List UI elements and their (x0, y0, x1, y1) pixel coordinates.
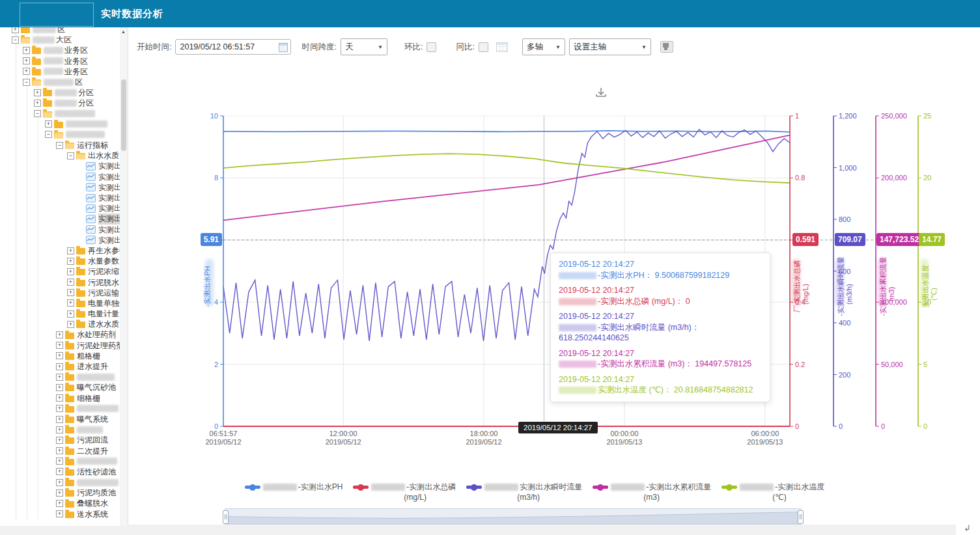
minus-icon[interactable]: − (12, 36, 19, 44)
tree-row[interactable]: − (0, 109, 120, 119)
plus-icon[interactable]: + (56, 489, 63, 497)
time-span-select[interactable]: 天 ▼ (341, 38, 387, 55)
plus-icon[interactable]: + (56, 363, 63, 370)
plus-icon[interactable]: + (45, 120, 52, 128)
tree-row[interactable]: 实测出水S (0, 182, 120, 193)
tree-row[interactable]: + (0, 404, 120, 414)
tree-row[interactable]: 实测出水累 (0, 235, 120, 245)
plus-icon[interactable]: + (23, 68, 30, 75)
minus-icon[interactable]: − (56, 142, 63, 149)
tree-row[interactable]: −出水水质 (0, 150, 120, 161)
plus-icon[interactable]: + (56, 458, 63, 465)
plus-icon[interactable]: + (34, 100, 41, 107)
tree-row[interactable]: +再生水参数 (0, 245, 120, 256)
main-axis-select[interactable]: 设置主轴 ▼ (569, 38, 651, 55)
tree-row[interactable]: + (0, 119, 120, 130)
tree-row[interactable]: +污泥回流 (0, 435, 120, 445)
plus-icon[interactable]: + (67, 299, 74, 307)
tree-row[interactable]: +业务区 (0, 56, 120, 66)
plus-icon[interactable]: + (67, 321, 74, 328)
table-icon[interactable] (496, 42, 508, 52)
horizontal-scrollbar[interactable] (0, 525, 956, 535)
huanbi-checkbox[interactable] (427, 42, 436, 52)
plus-icon[interactable]: + (56, 331, 63, 338)
tree-row[interactable]: +污泥均质池 (0, 487, 120, 498)
tree-row[interactable]: +区 (0, 27, 120, 34)
plus-icon[interactable]: + (12, 27, 19, 33)
plus-icon[interactable]: + (56, 447, 63, 454)
calendar-icon[interactable] (279, 43, 288, 52)
save-icon[interactable] (660, 41, 673, 53)
tree-row[interactable]: + (0, 424, 120, 435)
tree-row[interactable]: + (0, 372, 120, 382)
minus-icon[interactable]: − (23, 79, 30, 86)
tree-row[interactable]: +业务区 (0, 66, 120, 77)
tree-row[interactable]: +叠螺脱水 (0, 498, 120, 508)
tree-row[interactable]: +污泥脱水 (0, 277, 120, 288)
tree-row[interactable]: +二次提升 (0, 446, 120, 456)
tree-row[interactable]: +污泥浓缩 (0, 266, 120, 277)
plus-icon[interactable]: + (56, 374, 63, 381)
start-time-input[interactable]: 2019/05/12 06:51:57 (175, 39, 291, 55)
legend-item[interactable]: -实测出水温度(℃) (721, 482, 824, 502)
plus-icon[interactable]: + (23, 47, 30, 54)
tree-row[interactable]: 实测出水氨 (0, 203, 120, 213)
tree-row[interactable]: +污泥运输 (0, 288, 120, 298)
tree-row[interactable]: +电量单独计量 (0, 298, 120, 309)
tree-row[interactable]: +污泥处理药剂 (0, 340, 120, 351)
tree-row[interactable]: + (0, 456, 120, 467)
plus-icon[interactable]: + (56, 342, 63, 349)
minus-icon[interactable]: − (67, 152, 74, 159)
tree-row[interactable]: +分区 (0, 98, 120, 108)
plus-icon[interactable]: + (67, 289, 74, 296)
plus-icon[interactable]: + (67, 268, 74, 275)
tree-row[interactable]: +粗格栅 (0, 351, 120, 361)
sidebar-scrollbar[interactable]: ▲ (120, 27, 128, 526)
multi-axis-select[interactable]: 多轴 ▼ (522, 38, 565, 55)
tree-row[interactable]: +电量计量 (0, 309, 120, 319)
tree-row[interactable]: +曝气沉砂池 (0, 382, 120, 392)
tree-row[interactable]: 实测出水C (0, 161, 120, 171)
tree-row[interactable]: + (0, 477, 120, 487)
tree-row[interactable]: − (0, 130, 120, 140)
plus-icon[interactable]: + (56, 479, 63, 486)
legend-item[interactable]: -实测出水总磷(mg/L) (353, 482, 456, 502)
tree-row[interactable]: +分区 (0, 87, 120, 98)
datazoom-right-handle[interactable] (798, 510, 804, 524)
datazoom-slider[interactable] (225, 508, 802, 525)
tree-row[interactable]: +送水系统 (0, 509, 120, 519)
plus-icon[interactable]: + (56, 352, 63, 359)
minus-icon[interactable]: − (45, 131, 52, 138)
tree-row[interactable]: −区 (0, 77, 120, 87)
tree-row[interactable]: +水量参数 (0, 256, 120, 266)
legend-item[interactable]: -实测出水PH (245, 482, 343, 502)
plus-icon[interactable]: + (56, 416, 63, 423)
tree-row[interactable]: 实测出水瞬 (0, 225, 120, 235)
legend-item[interactable]: 实测出水瞬时流量(m3/h) (466, 482, 582, 502)
plus-icon[interactable]: + (56, 426, 63, 433)
datazoom-left-handle[interactable] (223, 510, 229, 524)
plus-icon[interactable]: + (67, 247, 74, 254)
tongbi-checkbox[interactable] (479, 42, 488, 52)
scroll-up-icon[interactable]: ▲ (121, 29, 126, 34)
legend-item[interactable]: -实测出水累积流量(m3) (593, 482, 711, 502)
minus-icon[interactable]: − (34, 110, 41, 117)
tree-row[interactable]: +活性砂滤池 (0, 467, 120, 477)
tree-row[interactable]: −大区 (0, 34, 120, 45)
plus-icon[interactable]: + (56, 405, 63, 412)
tree-row[interactable]: 实测出水P (0, 172, 120, 182)
plus-icon[interactable]: + (23, 57, 30, 64)
plus-icon[interactable]: + (67, 310, 74, 318)
plus-icon[interactable]: + (67, 279, 74, 286)
tree-row[interactable]: +细格栅 (0, 393, 120, 404)
plus-icon[interactable]: + (56, 510, 63, 517)
plus-icon[interactable]: + (56, 500, 63, 507)
tree-row[interactable]: +曝气系统 (0, 414, 120, 424)
plus-icon[interactable]: + (56, 437, 63, 444)
tree-row[interactable]: −运行指标 (0, 140, 120, 150)
tree-row[interactable]: +进水水质 (0, 319, 120, 329)
plus-icon[interactable]: + (34, 89, 41, 96)
tree-row[interactable]: 实测出水总 (0, 193, 120, 203)
download-icon[interactable] (594, 86, 608, 100)
plus-icon[interactable]: + (56, 394, 63, 402)
